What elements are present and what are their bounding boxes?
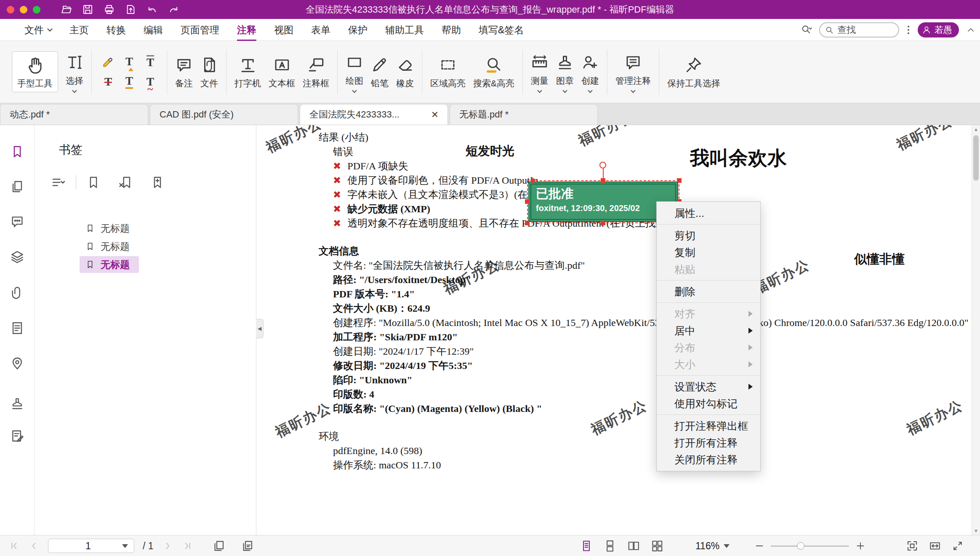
page-stack-icon[interactable] [241, 540, 254, 552]
eraser-button[interactable]: 橡皮 [396, 54, 414, 89]
context-menu-item[interactable]: 剪切 [657, 227, 760, 244]
approved-stamp[interactable]: 已批准 foxitnet, 12:09:30, 2025/02 [528, 182, 678, 222]
document-tab[interactable]: 全国法院失4233333... [300, 104, 448, 125]
bookmark-item[interactable]: 无标题 [80, 256, 139, 273]
search-highlight-button[interactable]: 搜索&高亮 [473, 54, 514, 89]
page-copy-icon[interactable] [213, 540, 225, 552]
delete-bookmark-icon[interactable] [118, 175, 133, 190]
squiggly-text-button[interactable]: T [141, 72, 160, 92]
collapse-ribbon-icon[interactable] [966, 25, 976, 35]
undo-icon[interactable] [146, 4, 158, 15]
menu-item[interactable]: 注释 [237, 19, 256, 41]
print-icon[interactable] [104, 4, 115, 15]
zoom-slider-knob[interactable] [797, 542, 804, 550]
panel-collapse-handle[interactable] [256, 319, 264, 338]
zoom-level-button[interactable]: 116% [695, 540, 730, 552]
zoom-in-icon[interactable] [855, 540, 866, 551]
single-page-view-icon[interactable] [580, 540, 593, 552]
context-menu-item[interactable]: 属性... [657, 205, 760, 222]
export-icon[interactable] [125, 4, 136, 15]
save-icon[interactable] [82, 4, 93, 15]
menu-item[interactable]: 保护 [348, 19, 368, 41]
vertical-scrollbar[interactable] [972, 125, 980, 535]
context-menu-item[interactable]: 打开所有注释 [657, 434, 760, 451]
expand-bookmark-icon[interactable] [150, 175, 165, 190]
context-menu-item[interactable]: 设置状态 [657, 378, 760, 395]
bookmark-item[interactable]: 无标题 [80, 220, 139, 237]
menu-item[interactable]: 页面管理 [181, 19, 219, 41]
continuous-facing-view-icon[interactable] [651, 540, 663, 552]
page-dropdown-icon[interactable] [122, 544, 128, 548]
zoom-window-button[interactable] [33, 6, 40, 13]
underline-text-button[interactable]: T [120, 72, 139, 92]
replace-text-button[interactable]: T [141, 52, 160, 72]
next-page-icon[interactable] [162, 540, 173, 551]
menu-item[interactable]: 表单 [311, 19, 330, 41]
note-comment-button[interactable]: 备注 [175, 54, 193, 89]
menu-item[interactable]: 填写&签名 [479, 19, 524, 41]
bookmark-item[interactable]: 无标题 [80, 238, 139, 255]
scrollbar-thumb[interactable] [973, 135, 979, 181]
area-highlight-button[interactable]: 区域高亮 [430, 54, 466, 89]
last-page-icon[interactable] [181, 540, 192, 551]
insert-text-button[interactable]: T [120, 52, 139, 72]
drawing-button[interactable]: 绘图 [346, 52, 363, 92]
more-options-icon[interactable] [906, 26, 911, 34]
sidebar-layers-button[interactable] [10, 250, 24, 264]
close-window-button[interactable] [7, 6, 14, 13]
scroll-down-icon[interactable] [972, 528, 980, 533]
typewriter-button[interactable]: 打字机 [234, 54, 261, 89]
stamp-button[interactable]: 图章 [556, 52, 574, 92]
redo-icon[interactable] [168, 4, 179, 15]
menu-item[interactable]: 文件 [24, 19, 52, 41]
resize-handle[interactable] [601, 221, 605, 225]
manage-comments-button[interactable]: 管理注释 [615, 52, 651, 92]
resize-handle[interactable] [525, 199, 530, 204]
sidebar-attachments-button[interactable] [10, 286, 24, 300]
context-menu-item[interactable]: 使用对勾标记 [657, 395, 760, 412]
context-menu-item[interactable]: 关闭所有注释 [657, 451, 760, 468]
open-file-icon[interactable] [61, 4, 72, 15]
bookmark-options-icon[interactable] [51, 175, 66, 190]
new-bookmark-icon[interactable] [86, 175, 101, 190]
textbox-button[interactable]: 文本框 [269, 54, 295, 89]
menu-item[interactable]: 视图 [274, 19, 293, 41]
sidebar-stamps-button[interactable] [10, 396, 24, 411]
continuous-view-icon[interactable] [604, 540, 616, 552]
menu-item[interactable]: 编辑 [144, 19, 163, 41]
callout-button[interactable]: 注释框 [303, 54, 329, 89]
facing-view-icon[interactable] [627, 540, 640, 552]
measure-button[interactable]: 测量 [531, 52, 549, 92]
sidebar-forms-button[interactable] [10, 429, 24, 443]
zoom-slider[interactable] [771, 545, 849, 547]
search-input[interactable]: 查找 [819, 22, 899, 37]
resize-handle[interactable] [677, 178, 682, 183]
page-number-input[interactable]: 1 [48, 539, 134, 553]
document-tab[interactable]: 动态.pdf * [0, 104, 148, 125]
sidebar-summary-button[interactable] [10, 321, 24, 335]
resize-handle[interactable] [525, 221, 530, 225]
rotation-handle[interactable] [599, 162, 606, 168]
minimize-window-button[interactable] [20, 6, 27, 13]
highlight-text-button[interactable] [99, 52, 118, 72]
menu-item[interactable]: 主页 [69, 19, 89, 41]
resize-handle[interactable] [530, 178, 535, 183]
fullscreen-icon[interactable] [951, 540, 964, 552]
keep-tool-selected-button[interactable]: 保持工具选择 [667, 54, 720, 89]
fit-width-icon[interactable] [929, 540, 941, 552]
create-stamp-button[interactable]: 创建 [581, 52, 599, 92]
scroll-up-icon[interactable] [972, 127, 980, 132]
select-tool-button[interactable]: 选择 [66, 52, 83, 92]
close-tab-icon[interactable] [426, 109, 438, 120]
fit-page-icon[interactable] [906, 540, 919, 552]
pdf-page[interactable]: 福昕办公 福昕办公 福昕办公 福昕办公 福昕办公 福昕办公 福昕办公 福昕办公 … [256, 125, 972, 535]
sidebar-pages-button[interactable] [10, 179, 24, 194]
menu-item[interactable]: 辅助工具 [385, 19, 424, 41]
search-options-icon[interactable] [801, 24, 812, 36]
user-account-button[interactable]: 若愚 [918, 22, 959, 37]
previous-page-icon[interactable] [29, 540, 40, 551]
hand-tool-button[interactable]: 手型工具 [12, 51, 58, 92]
document-tab[interactable]: CAD 图.pdf (安全) [150, 104, 298, 125]
sidebar-destinations-button[interactable] [10, 356, 24, 371]
first-page-icon[interactable] [9, 540, 20, 551]
